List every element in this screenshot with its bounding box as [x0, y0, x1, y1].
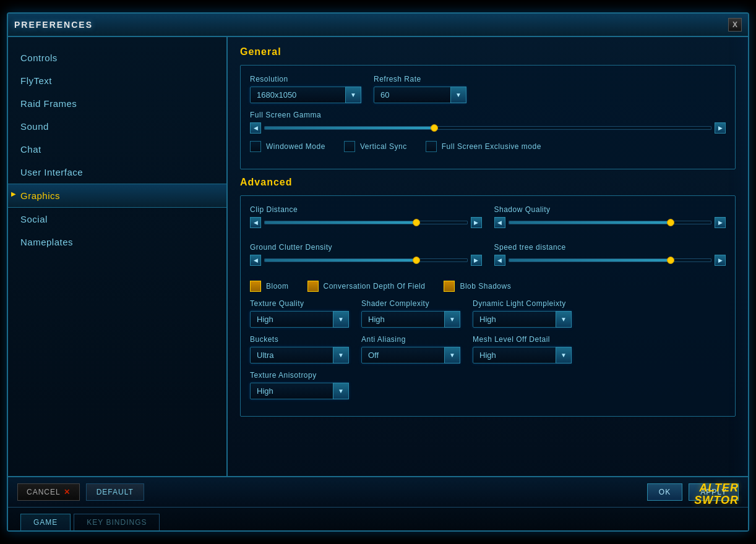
general-section-box: Resolution 1680x1050 ▼ Refresh Rate	[240, 65, 736, 169]
mesh-level-select-wrapper: High ▼	[473, 347, 572, 363]
mesh-level-label: Mesh Level Off Detail	[473, 335, 572, 344]
resolution-select-wrapper: 1680x1050 ▼	[250, 87, 361, 103]
ground-clutter-slider-row: Ground Clutter Density ◀ ▶	[250, 243, 482, 266]
shadow-quality-decrease-btn[interactable]: ◀	[494, 217, 505, 228]
blob-shadows-label: Blob Shadows	[460, 282, 511, 291]
gamma-slider-container: ◀ ▶	[250, 122, 726, 134]
speed-tree-track[interactable]	[509, 258, 712, 262]
dynamic-light-label: Dynamic Light Compleixty	[473, 299, 572, 308]
ground-clutter-decrease-btn[interactable]: ◀	[250, 255, 261, 266]
texture-quality-select-wrapper: High ▼	[250, 311, 349, 328]
refresh-rate-label: Refresh Rate	[374, 75, 466, 83]
advanced-section-box: Clip Distance ◀ ▶ Shadow Quality	[240, 195, 736, 417]
tab-game[interactable]: GAME	[20, 514, 71, 530]
ground-clutter-increase-btn[interactable]: ▶	[471, 255, 482, 266]
speed-tree-slider-container: ◀ ▶	[494, 255, 726, 266]
full-screen-exclusive-checkbox-item[interactable]: Full Screen Exclusive mode	[426, 141, 541, 152]
full-screen-exclusive-label: Full Screen Exclusive mode	[442, 142, 541, 151]
sidebar-item-chat[interactable]: Chat	[8, 138, 226, 161]
bloom-label: Bloom	[266, 282, 289, 291]
gamma-increase-btn[interactable]: ▶	[715, 122, 726, 134]
cancel-button[interactable]: CANCEL ✕	[17, 483, 80, 501]
sliders-row-1: Clip Distance ◀ ▶ Shadow Quality	[250, 205, 726, 236]
vertical-sync-label: Vertical Sync	[360, 142, 407, 151]
texture-quality-select[interactable]: High	[250, 311, 349, 328]
watermark-line1: ALTER	[694, 482, 739, 495]
sidebar-item-raid-frames[interactable]: Raid Frames	[8, 92, 226, 115]
full-screen-exclusive-checkbox[interactable]	[426, 141, 437, 152]
clip-distance-track[interactable]	[264, 221, 468, 224]
vertical-sync-checkbox[interactable]	[344, 141, 355, 152]
sidebar-item-controls[interactable]: Controls	[8, 46, 226, 69]
bloom-checkbox-item[interactable]: Bloom	[250, 281, 289, 292]
speed-tree-decrease-btn[interactable]: ◀	[494, 255, 505, 266]
resolution-label: Resolution	[250, 75, 361, 83]
blob-shadows-checkbox-item[interactable]: Blob Shadows	[444, 281, 511, 292]
sidebar-item-nameplates[interactable]: Nameplates	[8, 231, 226, 253]
conversation-dof-checkbox[interactable]	[307, 281, 319, 292]
gamma-label: Full Screen Gamma	[250, 111, 726, 119]
speed-tree-increase-btn[interactable]: ▶	[715, 255, 726, 266]
watermark-line2: SWTOR	[694, 495, 739, 507]
tab-bar: GAME KEY BINDINGS	[8, 507, 748, 530]
gamma-decrease-btn[interactable]: ◀	[250, 122, 261, 134]
shader-complexity-select[interactable]: High	[361, 311, 460, 328]
bloom-checkbox[interactable]	[250, 281, 261, 292]
clip-distance-label: Clip Distance	[250, 205, 482, 214]
shadow-quality-track[interactable]	[509, 221, 712, 224]
cancel-x-icon: ✕	[64, 488, 71, 496]
windowed-mode-checkbox-item[interactable]: Windowed Mode	[250, 141, 325, 152]
buckets-select-wrapper: Ultra ▼	[250, 347, 349, 363]
general-checkboxes-row: Windowed Mode Vertical Sync Full Screen …	[250, 141, 726, 152]
dynamic-light-group: Dynamic Light Compleixty High ▼	[473, 299, 572, 328]
sidebar-item-sound[interactable]: Sound	[8, 115, 226, 138]
dropdowns-row-3: Texture Anisotropy High ▼	[250, 371, 726, 399]
speed-tree-fill	[509, 259, 671, 261]
shadow-quality-thumb	[667, 219, 674, 226]
shader-complexity-group: Shader Complexity High ▼	[361, 299, 460, 328]
buckets-group: Buckets Ultra ▼	[250, 335, 349, 363]
vertical-sync-checkbox-item[interactable]: Vertical Sync	[344, 141, 407, 152]
clip-distance-slider-row: Clip Distance ◀ ▶	[250, 205, 482, 228]
default-button[interactable]: DEFAULT	[86, 483, 144, 501]
dynamic-light-select[interactable]: High	[473, 311, 572, 328]
clip-distance-fill	[265, 221, 416, 224]
watermark: ALTER SWTOR	[694, 482, 739, 507]
anti-aliasing-select[interactable]: Off	[361, 347, 460, 363]
gamma-slider-track[interactable]	[264, 126, 711, 130]
windowed-mode-label: Windowed Mode	[266, 142, 325, 151]
blob-shadows-checkbox[interactable]	[444, 281, 455, 292]
resolution-group: Resolution 1680x1050 ▼	[250, 75, 361, 103]
windowed-mode-checkbox[interactable]	[250, 141, 261, 152]
clip-distance-thumb	[413, 219, 420, 226]
conversation-dof-label: Conversation Depth Of Field	[324, 282, 426, 291]
ground-clutter-track[interactable]	[264, 258, 468, 262]
mesh-level-select[interactable]: High	[473, 347, 572, 363]
texture-anisotropy-select[interactable]: High	[250, 383, 349, 399]
speed-tree-thumb	[667, 257, 674, 264]
clip-distance-increase-btn[interactable]: ▶	[471, 217, 482, 228]
buckets-select[interactable]: Ultra	[250, 347, 349, 363]
preferences-window: PREFERENCES X Controls FlyText Raid Fram…	[7, 12, 749, 532]
texture-anisotropy-group: Texture Anisotropy High ▼	[250, 371, 349, 399]
refresh-rate-select-wrapper: 60 ▼	[374, 87, 466, 103]
anti-aliasing-group: Anti Aliasing Off ▼	[361, 335, 460, 363]
ground-clutter-thumb	[413, 257, 420, 264]
close-button[interactable]: X	[728, 18, 742, 32]
sliders-row-2: Ground Clutter Density ◀ ▶ Speed tree di…	[250, 243, 726, 273]
tab-key-bindings[interactable]: KEY BINDINGS	[74, 514, 160, 530]
shadow-quality-increase-btn[interactable]: ▶	[715, 217, 726, 228]
sidebar-item-flytext[interactable]: FlyText	[8, 69, 226, 92]
resolution-select[interactable]: 1680x1050	[250, 87, 361, 103]
ok-button[interactable]: OK	[647, 483, 682, 501]
refresh-rate-select[interactable]: 60	[374, 87, 466, 103]
texture-anisotropy-select-wrapper: High ▼	[250, 383, 349, 399]
conversation-dof-checkbox-item[interactable]: Conversation Depth Of Field	[307, 281, 426, 292]
bottom-bar: CANCEL ✕ DEFAULT OK APPLY	[8, 476, 748, 507]
sidebar-item-user-interface[interactable]: User Interface	[8, 161, 226, 184]
ground-clutter-label: Ground Clutter Density	[250, 243, 482, 252]
sidebar-item-social[interactable]: Social	[8, 208, 226, 231]
clip-distance-decrease-btn[interactable]: ◀	[250, 217, 261, 228]
sidebar-item-graphics[interactable]: Graphics	[8, 184, 226, 208]
gamma-slider-fill	[265, 127, 434, 129]
